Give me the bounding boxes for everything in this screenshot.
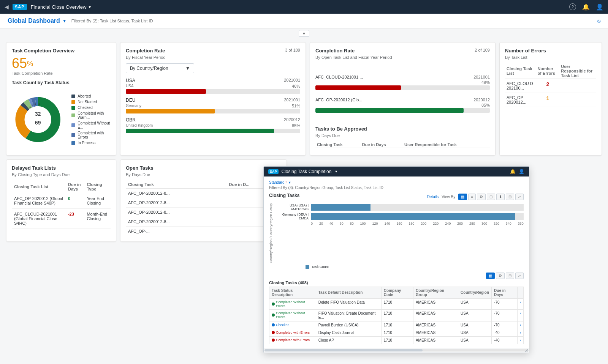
- errors-user-1: [559, 79, 596, 93]
- bar-period-gbr: 2020012: [284, 117, 300, 123]
- grid-button[interactable]: ⊞: [506, 194, 514, 200]
- overlay-toolbar: Closing Tasks Details View By ▦ ≡ ⚙ ⊡ ⬇ …: [269, 193, 524, 200]
- delayed-subtitle: By Closing Type and Days Due: [12, 172, 111, 177]
- completed-errors-color: [71, 133, 75, 137]
- standard-label[interactable]: Standard * ▼: [269, 180, 524, 184]
- help-icon[interactable]: ?: [569, 3, 576, 10]
- bar-track-afc-cloud: [315, 85, 490, 90]
- legend-completed-errors: Completed with Errors: [71, 131, 111, 139]
- fullscreen-button[interactable]: ⊡: [487, 194, 495, 200]
- tasks-approve-title: Tasks to Be Approved: [315, 126, 490, 132]
- checked-color: [71, 106, 75, 110]
- bar-subtext-usa: USA: [126, 84, 134, 88]
- ot-row-2: AFC_OP-2020012-8...: [126, 198, 281, 208]
- completed-no-errors-label: Completed Without E...: [78, 121, 111, 129]
- bar-fill-deu: [126, 109, 215, 113]
- bar-fill-afc-op: [315, 108, 464, 113]
- svg-text:2: 2: [32, 103, 33, 107]
- bar-label-afc-op: AFC_OP-2020012 (Glo...: [315, 98, 363, 102]
- delayed-type-2: Month-End Closing: [84, 209, 111, 229]
- overlay-details-link[interactable]: Details: [427, 195, 439, 199]
- svg-text:32: 32: [35, 111, 41, 117]
- notification-icon[interactable]: 🔔: [582, 3, 590, 11]
- chart-y-axis-label: Country/Region / CountryRegion Group: [269, 203, 274, 246]
- in-process-label: In Process: [78, 141, 95, 145]
- download-button[interactable]: ⬇: [496, 194, 505, 200]
- bar-label-afc-cloud: AFC_CLOUD-2021001 ...: [315, 75, 363, 79]
- filter-info: Filtered By (2): Task List Status, Task …: [71, 19, 153, 23]
- country-region-dropdown[interactable]: By Country/Region ▼: [126, 63, 194, 73]
- completed-warn-color: [71, 113, 75, 117]
- bar-fill-afc-cloud: [315, 85, 401, 90]
- bar-country-gbr: GBR: [126, 117, 136, 123]
- errors-subtitle: By Task List: [505, 55, 596, 60]
- bar-period-afc-cloud: 2021001: [473, 75, 490, 79]
- view-bar-button[interactable]: ▦: [458, 194, 467, 200]
- back-button[interactable]: ◀: [5, 4, 9, 10]
- export-icon[interactable]: ⎋: [597, 18, 600, 24]
- chart-x-axis: 0204060801001201401601802002202402602803…: [274, 222, 524, 225]
- sub-header: Global Dashboard ▼ Filtered By (2): Task…: [0, 14, 608, 28]
- errors-count-2: 1: [536, 93, 560, 107]
- collapse-chevron-icon: ▼: [302, 32, 306, 36]
- completion-rate-tasklist-card: Completion Rate By Open Task List and Fi…: [310, 42, 496, 156]
- overlay-filter-text: Filtered By (3): Country/Region Group, T…: [269, 186, 524, 190]
- overlay-panel: SAP Closing Task Completion ▼ 🔔 👤 Standa…: [263, 166, 529, 246]
- ot-col-task: Closing Task: [126, 181, 227, 189]
- errors-col-number: Number of Errors: [536, 63, 560, 79]
- donut-chart-area: 32 69 1 2 3 1 Aborted Not Started: [12, 89, 111, 150]
- bar-subtext-deu: Germany: [126, 104, 141, 108]
- not-started-color: [71, 100, 75, 104]
- delayed-task-1: AFC_OP-2020012 (Global Financial Close S…: [12, 193, 66, 209]
- chart-bars-area: USA (USA) | AMERICAS Germany (DEU) | EME…: [274, 203, 524, 246]
- completed-warn-label: Completed with Warn...: [78, 111, 111, 120]
- bar-pct-usa: 46%: [292, 84, 300, 88]
- collapse-button[interactable]: ▼: [299, 30, 309, 37]
- delayed-title: Delayed Task Lists: [12, 165, 111, 171]
- delayed-col-task: Closing Task List: [12, 181, 66, 193]
- chart-track-germany: [311, 213, 524, 220]
- cr-title-area: Completion Rate By Fiscal Year Period: [126, 48, 166, 63]
- cr-subtitle: By Fiscal Year Period: [126, 55, 166, 60]
- errors-task-2: AFC_OP-2020012...: [505, 93, 536, 107]
- completion-rate-pct: %: [27, 60, 33, 68]
- errors-row-2: AFC_OP-2020012... 1: [505, 93, 596, 107]
- chart-track-usa: [311, 204, 524, 211]
- ot-row-1: AFC_OP-2020012-8...: [126, 189, 281, 198]
- errors-row-1: AFC_CLOU D-202100... 2: [505, 79, 596, 93]
- bar-subtext-gbr: United Kingdom: [126, 123, 153, 128]
- legend-not-started: Not Started: [71, 100, 111, 104]
- checked-label: Checked: [78, 106, 92, 110]
- overlay-header: SAP Closing Task Completion ▼ 🔔 👤: [264, 167, 529, 176]
- tasks-approve-table: Closing Task Due in Days User Responsibl…: [315, 142, 490, 148]
- overlay-user-icon[interactable]: 👤: [519, 169, 524, 174]
- nav-right-icons: ? 🔔 👤: [569, 3, 603, 11]
- bar-period-deu: 2021001: [284, 98, 300, 103]
- dashboard-title-area: Global Dashboard ▼: [8, 17, 67, 24]
- svg-text:1: 1: [29, 105, 31, 109]
- cr2-title: Completion Rate: [315, 48, 392, 54]
- ot-row-5: AFC_OP-...: [126, 227, 281, 236]
- view-list-button[interactable]: ≡: [468, 194, 476, 200]
- cr-count: 3 of 109: [285, 48, 300, 52]
- expand-button[interactable]: ⤢: [515, 194, 524, 200]
- settings-button[interactable]: ⚙: [477, 194, 486, 200]
- bar-track-gbr: [126, 129, 300, 133]
- task-count-title: Task Count by Task Status: [12, 80, 111, 85]
- approve-col-days: Due in Days: [361, 142, 403, 148]
- bar-country-usa: USA: [126, 78, 135, 83]
- title-arrow-icon: ▼: [88, 5, 92, 9]
- ot-task-5: AFC_OP-...: [126, 227, 227, 236]
- sap-logo: SAP: [13, 4, 27, 10]
- in-process-color: [71, 141, 75, 145]
- bar-usa: USA 2021001 USA 46%: [126, 78, 300, 94]
- overlay-notification-icon[interactable]: 🔔: [510, 169, 516, 174]
- bar-pct-gbr: 85%: [292, 123, 300, 128]
- svg-text:1: 1: [38, 102, 40, 106]
- user-icon[interactable]: 👤: [596, 3, 603, 11]
- chart-label-germany: Germany (DEU) | EMEA: [274, 213, 309, 220]
- delayed-col-type: Closing Type: [84, 181, 111, 193]
- dashboard-arrow-icon[interactable]: ▼: [62, 18, 67, 24]
- delayed-table: Closing Task List Due in Days Closing Ty…: [12, 181, 111, 229]
- delayed-days-1: 0: [66, 193, 84, 209]
